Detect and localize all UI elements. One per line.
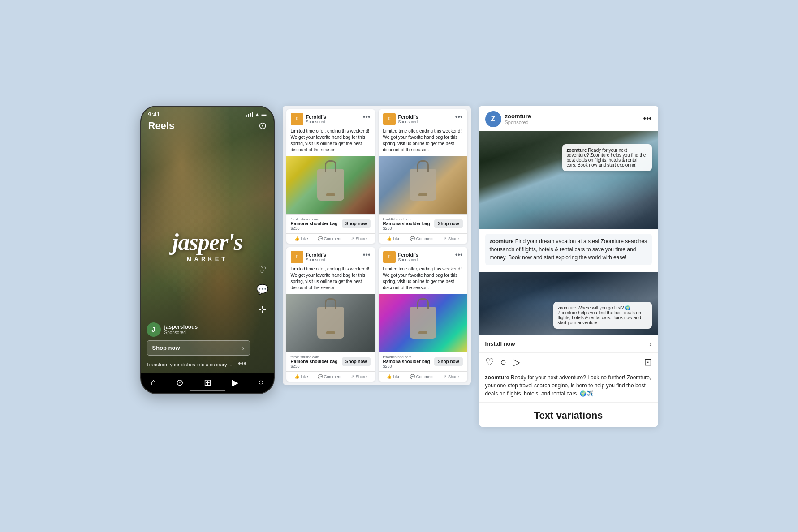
fb-ad-actions-2: 👍 Like 💬 Comment ↗ Share	[379, 233, 467, 244]
fb-ads-grid: F Feroldi's Sponsored ••• Limited time o…	[283, 106, 471, 385]
battery-icon: ▬	[262, 112, 267, 117]
search-nav-icon[interactable]: ⊙	[176, 377, 184, 388]
ig-bookmark-icon[interactable]: ⊡	[644, 356, 652, 368]
fb-product-info-1: feroldisbrand.com Ramona shoulder bag $2…	[291, 217, 338, 231]
fb-comment-btn-3[interactable]: 💬 Comment	[316, 373, 343, 380]
home-nav-icon[interactable]: ⌂	[151, 377, 156, 388]
ig-share-icon[interactable]: ▷	[513, 356, 520, 368]
signal-bars-icon	[246, 112, 253, 117]
save-icon[interactable]: ⊹	[256, 304, 268, 315]
main-container: 9:41 ▲ ▬ Reels ⊙ jas	[140, 106, 658, 427]
fb-brand-row-1: F Feroldi's Sponsored	[291, 113, 326, 125]
fb-ad-header-2: F Feroldi's Sponsored •••	[379, 109, 467, 127]
account-name: jaspersfoods	[164, 324, 198, 330]
fb-shop-now-2[interactable]: Shop now	[434, 219, 463, 228]
phone-mockup: 9:41 ▲ ▬ Reels ⊙ jas	[140, 106, 275, 394]
product-name-3: Ramona shoulder bag	[291, 359, 338, 364]
ig-brand-name: zoomture	[505, 113, 531, 120]
create-nav-icon[interactable]: ⊞	[204, 377, 211, 388]
fb-brand-name-2: Feroldi's	[398, 114, 418, 120]
fb-brand-info-1: Feroldi's Sponsored	[306, 114, 326, 124]
ig-sponsored-label: Sponsored	[505, 120, 531, 125]
fb-shop-now-1[interactable]: Shop now	[342, 219, 371, 228]
brand-market-text: MARKET	[172, 256, 242, 262]
fb-like-btn-3[interactable]: 👍 Like	[293, 373, 310, 380]
fb-share-btn-3[interactable]: ↗ Share	[349, 373, 368, 380]
text-variations-title: Text variations	[485, 410, 652, 421]
fb-more-dots-4[interactable]: •••	[455, 251, 463, 259]
fb-share-btn-1[interactable]: ↗ Share	[349, 236, 368, 242]
chevron-right-icon: ›	[242, 344, 245, 352]
status-bar: 9:41 ▲ ▬	[141, 107, 274, 120]
fb-sponsored-3: Sponsored	[306, 257, 326, 262]
fb-brand-info-3: Feroldi's Sponsored	[306, 252, 326, 262]
ig-more-dots[interactable]: •••	[643, 114, 652, 124]
ig-install-bar[interactable]: Install now ›	[479, 335, 658, 353]
fb-comment-btn-4[interactable]: 💬 Comment	[408, 373, 436, 380]
ig-main-text: zoomture Find your dream vacation at a s…	[485, 234, 652, 265]
product-price-3: $230	[291, 364, 338, 369]
product-name-2: Ramona shoulder bag	[383, 221, 430, 226]
ig-heart-icon[interactable]: ♡	[485, 356, 494, 368]
fb-like-btn-2[interactable]: 👍 Like	[385, 236, 402, 242]
fb-brand-logo-4: F	[383, 251, 396, 263]
like-icon[interactable]: ♡	[256, 264, 268, 276]
bag-image-1	[286, 156, 375, 214]
product-name-4: Ramona shoulder bag	[383, 359, 430, 364]
phone-right-icons: ♡ 💬 ⊹	[256, 264, 268, 315]
bubble1-username: zoomture	[567, 148, 587, 153]
camera-icon[interactable]: ⊙	[259, 120, 267, 132]
fb-brand-name-1: Feroldi's	[306, 114, 326, 120]
fb-share-btn-2[interactable]: ↗ Share	[441, 236, 461, 242]
ig-caption-username: zoomture	[485, 374, 509, 381]
ig-brand-row: Z zoomture Sponsored	[485, 111, 531, 127]
fb-sponsored-1: Sponsored	[306, 120, 326, 124]
caption-text: Transform your dishes into a culinary ..…	[147, 362, 233, 367]
shop-now-button[interactable]: Shop now ›	[147, 340, 250, 356]
reels-title: Reels	[148, 120, 175, 132]
bag-silhouette-4	[410, 307, 436, 339]
more-button[interactable]: •••	[238, 359, 246, 368]
wifi-icon: ▲	[255, 112, 260, 117]
fb-more-dots-3[interactable]: •••	[363, 251, 371, 259]
fb-brand-info-2: Feroldi's Sponsored	[398, 114, 418, 124]
fb-ad-text-4: Limited time offer, ending this weekend!…	[379, 265, 467, 294]
fb-brand-info-4: Feroldi's Sponsored	[398, 252, 418, 262]
fb-shop-now-3[interactable]: Shop now	[342, 357, 371, 366]
ig-text-variations: Text variations	[479, 402, 658, 427]
ig-left-actions: ♡ ○ ▷	[485, 356, 520, 368]
comment-icon[interactable]: 💬	[256, 284, 268, 296]
main-text-username: zoomture	[490, 238, 514, 245]
ig-comment-bubble-2: zoomture Where will you go first? 🌍 Zoom…	[553, 302, 652, 329]
fb-more-dots-1[interactable]: •••	[363, 113, 371, 121]
fb-like-btn-1[interactable]: 👍 Like	[293, 236, 310, 242]
ig-image-2: zoomture Where will you go first? 🌍 Zoom…	[479, 272, 658, 335]
bag-image-3	[286, 294, 375, 352]
fb-brand-row-4: F Feroldi's Sponsored	[383, 251, 418, 263]
fb-share-btn-4[interactable]: ↗ Share	[441, 373, 461, 380]
product-site-1: feroldisbrand.com	[291, 217, 338, 221]
reels-nav-icon[interactable]: ▶	[232, 377, 238, 388]
fb-sponsored-4: Sponsored	[398, 257, 418, 262]
fb-ad-text-3: Limited time offer, ending this weekend!…	[286, 265, 375, 294]
fb-comment-btn-1[interactable]: 💬 Comment	[316, 236, 343, 242]
ig-ad-header: Z zoomture Sponsored •••	[479, 106, 658, 131]
ig-comment-icon[interactable]: ○	[500, 356, 506, 368]
ig-caption-text: Ready for your next adventure? Look no f…	[485, 374, 651, 397]
profile-nav-icon[interactable]: ○	[258, 377, 263, 388]
fb-more-dots-2[interactable]: •••	[455, 113, 463, 121]
fb-product-bar-3: feroldisbrand.com Ramona shoulder bag $2…	[286, 352, 375, 371]
install-chevron-icon: ›	[649, 340, 651, 348]
install-now-text: Install now	[485, 340, 515, 347]
product-price-1: $230	[291, 226, 338, 231]
fb-product-bar-1: feroldisbrand.com Ramona shoulder bag $2…	[286, 214, 375, 233]
fb-shop-now-4[interactable]: Shop now	[434, 357, 463, 366]
fb-like-btn-4[interactable]: 👍 Like	[385, 373, 402, 380]
ig-brand-avatar: Z	[485, 111, 501, 127]
fb-product-info-4: feroldisbrand.com Ramona shoulder bag $2…	[383, 355, 430, 369]
fb-ad-card-3: F Feroldi's Sponsored ••• Limited time o…	[286, 247, 375, 382]
home-indicator	[190, 390, 225, 391]
fb-comment-btn-2[interactable]: 💬 Comment	[408, 236, 436, 242]
ig-caption-area: zoomture Ready for your next adventure? …	[479, 372, 658, 402]
fb-ad-text-1: Limited time offer, ending this weekend!…	[286, 127, 375, 156]
